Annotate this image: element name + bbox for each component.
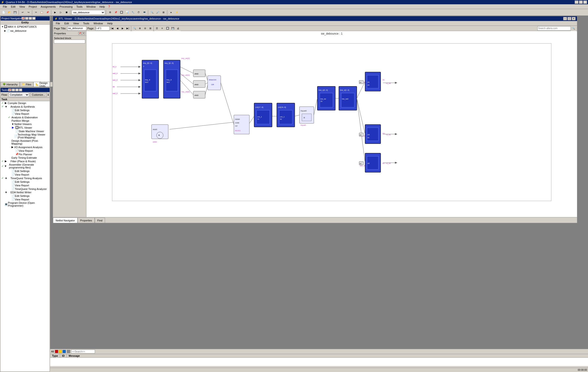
prop-pin-btn[interactable]: 📌 (78, 32, 82, 35)
task-analysis-synth[interactable]: ✓ ▼ Analysis & Synthesis (0, 105, 50, 108)
menu-processing[interactable]: Processing (58, 5, 74, 9)
menu-edit[interactable]: Edit (9, 5, 17, 9)
task-edit-settings-1[interactable]: 📄 Edit Settings (0, 108, 50, 112)
zoom-fit-btn[interactable]: ⊞ (161, 10, 166, 15)
task-assembler[interactable]: ✓ ▼ Assembler (Generate programming file… (0, 163, 50, 169)
menu-assignments[interactable]: Assignments (39, 5, 58, 9)
tab-files[interactable]: 📁 Files (20, 82, 33, 87)
undo-btn[interactable]: ↩ (20, 10, 25, 15)
customize-button[interactable]: Customize... (30, 93, 47, 97)
task-netlist-viewers[interactable]: ▼ Netlist Viewers (0, 122, 50, 126)
rtl-menu-help[interactable]: Help (105, 21, 115, 25)
nav-min-btn[interactable]: _ (25, 17, 28, 20)
rtl-max-btn[interactable]: □ (567, 17, 571, 20)
rtl-close-btn[interactable]: ✕ (572, 17, 576, 20)
tree-item-swdebounce[interactable]: ▶ 📄 sw_debounce (0, 29, 50, 33)
task-program-device[interactable]: 💻 Program Device (Open Programmer) (0, 201, 50, 207)
page-title-input[interactable] (67, 26, 86, 31)
zoom-in-rtl-btn[interactable]: ⊕ (137, 26, 142, 31)
menu-tools[interactable]: Tools (74, 5, 84, 9)
page-next-btn[interactable]: ▶ (120, 26, 125, 31)
task-compile[interactable]: ✓ ▶ Compile Design (0, 101, 50, 105)
menu-help[interactable]: Help (98, 5, 107, 9)
msg-search-input[interactable] (71, 350, 95, 353)
task-view-report-5[interactable]: 📄 View Report (0, 197, 50, 201)
task-design-assist[interactable]: Design Assistant (Post-Mapping) (0, 139, 50, 145)
rtl-menu-file[interactable]: File (54, 21, 62, 25)
minimize-button[interactable]: ─ (575, 0, 578, 4)
nav-max-btn[interactable]: □ (29, 17, 32, 20)
entity-combo[interactable]: sw_debounce (72, 10, 105, 15)
maximize-button[interactable]: □ (579, 0, 583, 4)
new-btn[interactable]: 📄 (1, 10, 6, 15)
settings-btn[interactable]: ⚙ (107, 10, 113, 15)
task-state-machine[interactable]: 📄 State Machine Viewer (0, 129, 50, 133)
extra2-btn[interactable]: ⚡ (174, 10, 179, 15)
task-fitter[interactable]: ✓ ▶ Fitter (Place & Route) (0, 159, 50, 163)
page-first-btn[interactable]: |◀ (110, 26, 115, 31)
tab-design-units[interactable]: 📐 Design Units (33, 82, 50, 87)
task-timequest-analyzer[interactable]: 📄 TimeQuest Timing Analyzer (0, 187, 50, 191)
page-combo[interactable] (95, 26, 110, 31)
chip-btn[interactable]: 🔲 (119, 10, 124, 15)
task-partition[interactable]: Partition Merge (0, 119, 50, 122)
zoom-out-btn[interactable]: 🔎 (155, 10, 160, 15)
flow-combo[interactable]: Compilation (9, 93, 29, 97)
task-analysis-elab[interactable]: ✓ Analysis & Elaboration (0, 115, 50, 119)
task-edit-settings-4[interactable]: 📄 Edit Settings (0, 180, 50, 184)
menu-window[interactable]: Window (84, 5, 98, 9)
start-btn[interactable]: ▷ (58, 10, 63, 15)
task-tech-map[interactable]: 📄 Technology Map Viewer (Post-Mapping) (0, 133, 50, 139)
cut-btn[interactable]: ✂ (33, 10, 39, 15)
menu-project[interactable]: Project (27, 5, 39, 9)
menu-view[interactable]: View (17, 5, 27, 9)
close-button[interactable]: ✕ (583, 0, 587, 4)
extra1-btn[interactable]: ▸ (168, 10, 174, 15)
tree-item-max[interactable]: ▼ 🔲 MAX II: EPM240T100C5 (0, 25, 50, 29)
print-btn[interactable]: 🖨 (175, 26, 181, 31)
node-btn[interactable]: 🔲 (165, 26, 170, 31)
rtl-menu-view[interactable]: View (71, 21, 81, 25)
time-btn[interactable]: ⏱ (136, 10, 141, 15)
tab-hierarchy[interactable]: 🌳 Hierarchy (0, 82, 20, 87)
selected-block-input[interactable] (54, 40, 85, 43)
pin-btn[interactable]: 📌 (113, 10, 118, 15)
msg-all-btn[interactable]: All (51, 350, 54, 353)
prog-btn[interactable]: 💻 (142, 10, 147, 15)
rtl-btab-netlist[interactable]: Netlist Navigator (53, 218, 78, 223)
tasks-pin-btn[interactable]: 📌 (8, 89, 11, 91)
zoom-in-btn[interactable]: 🔍 (149, 10, 155, 15)
rtl-min-btn[interactable]: ─ (563, 17, 567, 20)
task-view-report-4[interactable]: 📄 View Report (0, 184, 50, 187)
menu-file[interactable]: File (1, 5, 9, 9)
nav-close-btn[interactable]: ✕ (32, 17, 36, 20)
task-view-report-3[interactable]: 📄 View Report (0, 173, 50, 176)
rtl-menu-window[interactable]: Window (92, 21, 105, 25)
rtl-canvas[interactable]: sw_debounce : 1 rst_n sw2_0 (86, 31, 577, 217)
redo-btn[interactable]: ↪ (26, 10, 31, 15)
fit-btn[interactable]: 🔧 (130, 10, 136, 15)
nav-pin-btn[interactable]: 📌 (21, 17, 25, 20)
task-early-timing[interactable]: Early Timing Estimate (0, 156, 50, 159)
paste-btn[interactable]: 📌 (45, 10, 50, 15)
rtl-btab-properties[interactable]: Properties (78, 218, 95, 223)
tasks-max-btn[interactable]: □ (15, 89, 19, 91)
task-eda-netlist[interactable]: ▼ EDA Netlist Writer (0, 191, 50, 194)
copy-btn[interactable]: 📋 (39, 10, 44, 15)
page-prev-btn[interactable]: ◀ (115, 26, 120, 31)
page-last-btn[interactable]: ▶| (125, 26, 131, 31)
export-btn[interactable]: 💾 (170, 26, 175, 31)
tasks-close-btn[interactable]: ✕ (19, 89, 22, 91)
task-view-report-2[interactable]: 📄 View Report (0, 149, 50, 153)
tasks-min-btn[interactable]: _ (12, 89, 15, 91)
task-io-assign[interactable]: ▶ I/O Assignment Analysis (0, 145, 50, 149)
rtl-search-input[interactable] (537, 26, 571, 31)
compile-btn[interactable]: ▶ (52, 10, 58, 15)
stop-btn[interactable]: ⏹ (64, 10, 69, 15)
save-btn[interactable]: 💾 (12, 10, 18, 15)
search-go-btn[interactable]: 🔍 (571, 26, 576, 31)
zoom-fit-rtl-btn[interactable]: ⊞ (148, 26, 153, 31)
filter-btn[interactable]: ≡ (160, 26, 165, 31)
zoom-out-rtl-btn[interactable]: ⊖ (142, 26, 148, 31)
task-rtl-viewer[interactable]: ▶ 🔲 RTL Viewer (0, 126, 50, 129)
